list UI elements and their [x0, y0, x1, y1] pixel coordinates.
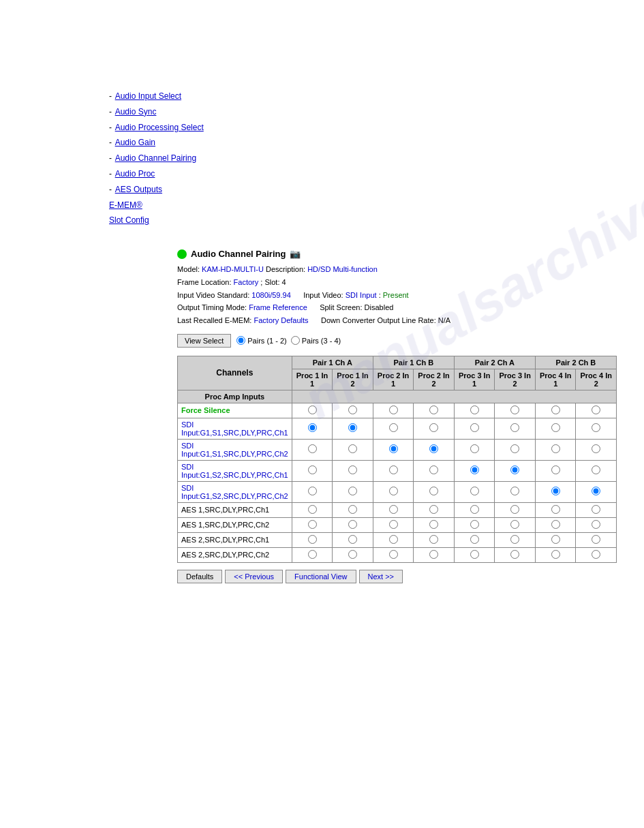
radio-p2b-aes2-ch2[interactable]: [429, 550, 438, 559]
radio-p1a-sdi-g1s2-ch2[interactable]: [308, 487, 317, 495]
audio-channel-pairing-link[interactable]: Audio Channel Pairing: [115, 153, 196, 163]
pairs-1-2-radio[interactable]: [236, 336, 245, 345]
radio-p1b-aes1-ch2[interactable]: [348, 520, 357, 529]
radio-p1a-aes2-ch2[interactable]: [308, 550, 317, 559]
radio-p1a-sdi-g1s1-ch2[interactable]: [308, 444, 317, 453]
radio-p2a-aes2-ch2[interactable]: [389, 550, 398, 559]
radio-p1b-aes2-ch2[interactable]: [348, 550, 357, 559]
view-select-button[interactable]: View Select: [177, 334, 231, 348]
radio-p3b-aes1-ch2[interactable]: [510, 520, 519, 529]
nav-item-slot-config[interactable]: Slot Config: [109, 213, 644, 228]
radio-p3a-aes1-ch2[interactable]: [470, 520, 479, 529]
radio-p2a-sdi-g1s2-ch1[interactable]: [389, 465, 398, 474]
radio-p4a-sdi-g1s1-ch1[interactable]: [551, 423, 560, 432]
slot-config-link[interactable]: Slot Config: [109, 215, 149, 225]
radio-p3b-aes1-ch1[interactable]: [510, 505, 519, 514]
radio-p2a-aes2-ch1[interactable]: [389, 535, 398, 544]
nav-item-audio-channel-pairing[interactable]: - Audio Channel Pairing: [109, 151, 644, 166]
radio-p1a-sdi-g1s2-ch1[interactable]: [308, 465, 317, 474]
radio-p4b-aes1-ch2[interactable]: [592, 520, 600, 529]
nav-item-audio-proc[interactable]: - Audio Proc: [109, 166, 644, 182]
radio-p4b-aes2-ch2[interactable]: [592, 550, 600, 559]
pairs-3-4-radio[interactable]: [291, 336, 300, 345]
radio-p2a-aes1-ch2[interactable]: [389, 520, 398, 529]
radio-p2a-aes1-ch1[interactable]: [389, 505, 398, 514]
radio-p2a-sdi-g1s1-ch1[interactable]: [389, 423, 398, 432]
defaults-button[interactable]: Defaults: [177, 570, 222, 583]
next-button[interactable]: Next >>: [359, 570, 403, 583]
radio-p4b-aes2-ch1[interactable]: [592, 535, 600, 544]
emem-link[interactable]: E-MEM®: [109, 200, 142, 210]
radio-p1a-aes1-ch1[interactable]: [308, 505, 317, 514]
radio-p1a-aes1-ch2[interactable]: [308, 520, 317, 529]
radio-p2b-aes2-ch1[interactable]: [429, 535, 438, 544]
aes-outputs-link[interactable]: AES Outputs: [115, 185, 162, 194]
radio-p3a-aes1-ch1[interactable]: [470, 505, 479, 514]
radio-p2b-aes1-ch1[interactable]: [429, 505, 438, 514]
radio-p1a-aes2-ch1[interactable]: [308, 535, 317, 544]
radio-p3b-sdi-g1s1-ch2[interactable]: [510, 444, 519, 453]
radio-p3a-force[interactable]: [470, 405, 479, 414]
radio-p1b-sdi-g1s2-ch1[interactable]: [348, 465, 357, 474]
radio-p4a-aes2-ch2[interactable]: [551, 550, 560, 559]
nav-item-audio-gain[interactable]: - Audio Gain: [109, 135, 644, 151]
radio-p2b-sdi-g1s1-ch1[interactable]: [429, 423, 438, 432]
audio-gain-link[interactable]: Audio Gain: [115, 138, 155, 147]
nav-item-audio-input-select[interactable]: - Audio Input Select: [109, 89, 644, 104]
radio-p2a-force[interactable]: [389, 405, 398, 414]
radio-p3b-aes2-ch2[interactable]: [510, 550, 519, 559]
force-silence-p3b-r1[interactable]: [495, 403, 536, 418]
radio-p3b-sdi-g1s2-ch2[interactable]: [510, 487, 519, 495]
radio-p2a-sdi-g1s1-ch2[interactable]: [389, 444, 398, 453]
radio-p3a-sdi-g1s1-ch1[interactable]: [470, 423, 479, 432]
radio-p4b-sdi-g1s2-ch2[interactable]: [592, 487, 600, 495]
radio-p1b-aes1-ch1[interactable]: [348, 505, 357, 514]
radio-p4a-sdi-g1s2-ch2[interactable]: [551, 487, 560, 495]
nav-item-audio-sync[interactable]: - Audio Sync: [109, 104, 644, 120]
radio-p3b-sdi-g1s2-ch1[interactable]: [510, 465, 519, 474]
force-silence-p2a-r1[interactable]: [373, 403, 414, 418]
functional-view-button[interactable]: Functional View: [286, 570, 356, 583]
radio-p3a-aes2-ch2[interactable]: [470, 550, 479, 559]
radio-p1b-sdi-g1s2-ch2[interactable]: [348, 487, 357, 495]
force-silence-p4b-r1[interactable]: [576, 403, 617, 418]
radio-p3b-aes2-ch1[interactable]: [510, 535, 519, 544]
radio-p2b-sdi-g1s1-ch2[interactable]: [429, 444, 438, 453]
radio-p4a-sdi-g1s1-ch2[interactable]: [551, 444, 560, 453]
force-silence-p4a-r1[interactable]: [535, 403, 576, 418]
radio-p3a-sdi-g1s2-ch1[interactable]: [470, 465, 479, 474]
force-silence-p2b-r1[interactable]: [414, 403, 455, 418]
radio-p1b-sdi-g1s1-ch2[interactable]: [348, 444, 357, 453]
radio-p3a-sdi-g1s2-ch2[interactable]: [470, 487, 479, 495]
radio-p4a-aes1-ch2[interactable]: [551, 520, 560, 529]
previous-button[interactable]: << Previous: [225, 570, 283, 583]
radio-p1b-force[interactable]: [348, 405, 357, 414]
radio-p3b-force[interactable]: [510, 405, 519, 414]
nav-item-aes-outputs[interactable]: - AES Outputs: [109, 182, 644, 198]
radio-p4b-sdi-g1s2-ch1[interactable]: [592, 465, 600, 474]
radio-p1b-aes2-ch1[interactable]: [348, 535, 357, 544]
audio-input-select-link[interactable]: Audio Input Select: [115, 91, 181, 101]
audio-sync-link[interactable]: Audio Sync: [115, 107, 157, 117]
radio-p1b-sdi-g1s1-ch1[interactable]: [348, 423, 357, 432]
radio-p2b-sdi-g1s2-ch1[interactable]: [429, 465, 438, 474]
audio-proc-link[interactable]: Audio Proc: [115, 169, 155, 179]
radio-p4b-sdi-g1s1-ch1[interactable]: [592, 423, 600, 432]
nav-item-audio-processing-select[interactable]: - Audio Processing Select: [109, 120, 644, 136]
radio-p4b-force[interactable]: [592, 405, 600, 414]
radio-p2b-force[interactable]: [429, 405, 438, 414]
force-silence-p3a-r1[interactable]: [454, 403, 495, 418]
radio-p3b-sdi-g1s1-ch1[interactable]: [510, 423, 519, 432]
radio-p2b-sdi-g1s2-ch2[interactable]: [429, 487, 438, 495]
pairs-1-2-label[interactable]: Pairs (1 - 2): [236, 336, 286, 345]
radio-p4a-force[interactable]: [551, 405, 560, 414]
radio-p4b-aes1-ch1[interactable]: [592, 505, 600, 514]
radio-p1a-sdi-g1s1-ch1[interactable]: [308, 423, 317, 432]
radio-p2a-sdi-g1s2-ch2[interactable]: [389, 487, 398, 495]
radio-p3a-aes2-ch1[interactable]: [470, 535, 479, 544]
radio-p2b-aes1-ch2[interactable]: [429, 520, 438, 529]
radio-p4a-aes1-ch1[interactable]: [551, 505, 560, 514]
radio-p4a-sdi-g1s2-ch1[interactable]: [551, 465, 560, 474]
radio-p1a-force[interactable]: [308, 405, 317, 414]
force-silence-p1a-r1[interactable]: [292, 403, 333, 418]
